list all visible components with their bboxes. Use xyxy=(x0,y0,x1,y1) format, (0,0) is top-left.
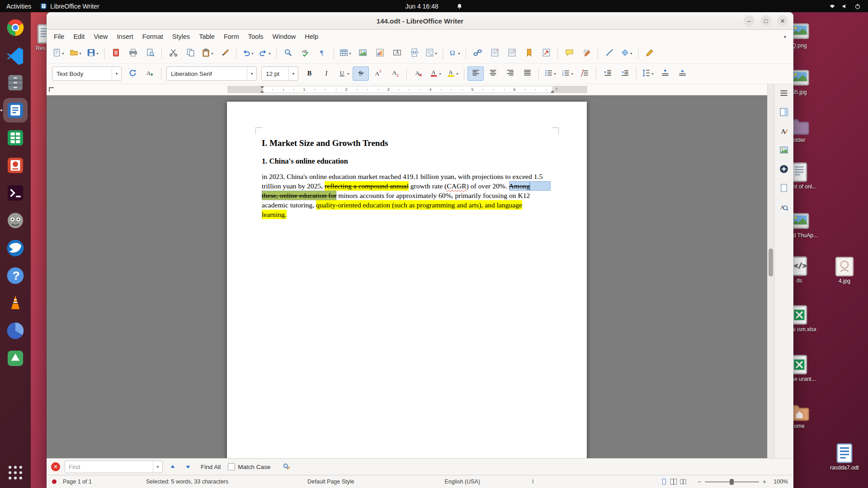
increase-indent-button[interactable] xyxy=(599,66,616,81)
subscript-button[interactable]: A2 xyxy=(387,66,403,81)
paste-button[interactable]: ▾ xyxy=(199,46,216,61)
underline-button[interactable]: U▾ xyxy=(335,66,352,81)
dock-show-apps[interactable] xyxy=(4,461,27,484)
book-view-icon[interactable] xyxy=(679,478,687,485)
insert-text-box-button[interactable]: A xyxy=(389,46,405,61)
dock-vscode[interactable] xyxy=(4,43,27,67)
dock-calc[interactable] xyxy=(4,126,27,150)
document-page[interactable]: I. Market Size and Growth Trends 1. Chin… xyxy=(227,102,587,458)
vertical-scrollbar[interactable] xyxy=(767,84,774,458)
track-changes-button[interactable] xyxy=(578,46,594,61)
italic-button[interactable]: I xyxy=(318,66,335,81)
right-indent-marker[interactable] xyxy=(551,89,554,93)
desktop-icon[interactable]: rasdda7.odt xyxy=(823,443,866,471)
redo-button[interactable]: ▾ xyxy=(257,46,273,61)
highlighting-color-button[interactable]: A▾ xyxy=(444,66,461,81)
toolbar-overflow-icon[interactable]: ▾ xyxy=(779,34,791,39)
dock-terminal[interactable] xyxy=(4,181,27,205)
single-page-view-icon[interactable] xyxy=(660,478,668,485)
new-style-button[interactable]: A xyxy=(142,66,158,81)
superscript-button[interactable]: A2 xyxy=(370,66,386,81)
font-size-combo[interactable]: 12 pt ▾ xyxy=(261,66,298,81)
zoom-in-button[interactable]: + xyxy=(763,479,766,485)
decrease-indent-button[interactable] xyxy=(617,66,633,81)
save-button[interactable]: ▾ xyxy=(85,46,101,61)
match-case-option[interactable]: Match Case xyxy=(228,463,270,470)
left-indent-marker[interactable] xyxy=(260,89,264,93)
insert-line-button[interactable] xyxy=(601,46,618,61)
font-color-button[interactable]: A▾ xyxy=(427,66,443,81)
underline-dropdown-icon[interactable]: ▾ xyxy=(347,72,349,76)
new-dropdown-icon[interactable]: ▾ xyxy=(62,52,64,56)
bookmark-button[interactable] xyxy=(521,46,537,61)
insert-table-dropdown-icon[interactable]: ▾ xyxy=(349,52,351,56)
insert-field-button[interactable]: ▾ xyxy=(423,46,439,61)
menu-styles[interactable]: Styles xyxy=(168,32,195,42)
font-size-dropdown-icon[interactable]: ▾ xyxy=(288,67,298,80)
unordered-list-button[interactable]: ▾ xyxy=(542,66,558,81)
paragraph-style-dropdown-icon[interactable]: ▾ xyxy=(112,67,121,80)
dock-vlc[interactable] xyxy=(4,291,27,315)
highlighting-color-dropdown-icon[interactable]: ▾ xyxy=(456,72,458,76)
find-input[interactable] xyxy=(65,464,153,470)
special-character-dropdown-icon[interactable]: ▾ xyxy=(458,52,460,56)
dock-writer[interactable] xyxy=(4,99,27,122)
sidebar-tab-page[interactable] xyxy=(777,181,791,195)
sidebar-tab-style-inspector[interactable]: A xyxy=(777,200,791,214)
sidebar-tab-gallery[interactable] xyxy=(777,143,791,157)
document-heading[interactable]: I. Market Size and Growth Trends xyxy=(262,138,551,148)
dock-thunderbird[interactable] xyxy=(4,236,27,260)
new-button[interactable]: ▾ xyxy=(50,46,66,61)
title-bar[interactable]: 144.odt - LibreOffice Writer – □ ✕ xyxy=(47,12,793,30)
undo-dropdown-icon[interactable]: ▾ xyxy=(251,52,253,56)
zoom-slider-handle[interactable] xyxy=(730,479,734,485)
font-name-dropdown-icon[interactable]: ▾ xyxy=(247,67,256,80)
insert-image-button[interactable] xyxy=(354,46,371,61)
insert-chart-button[interactable] xyxy=(372,46,388,61)
special-character-button[interactable]: Ω▾ xyxy=(446,46,462,61)
no-list-button[interactable] xyxy=(576,66,593,81)
menu-window[interactable]: Window xyxy=(268,32,301,42)
activities-button[interactable]: Activities xyxy=(6,3,31,10)
clock-menu[interactable]: Jun 4 16:48 xyxy=(405,3,462,10)
basic-shapes-dropdown-icon[interactable]: ▾ xyxy=(630,52,632,56)
print-preview-button[interactable] xyxy=(142,46,158,61)
find-previous-button[interactable] xyxy=(167,461,178,472)
update-style-button[interactable] xyxy=(124,66,141,81)
focused-app-menu[interactable]: LibreOffice Writer xyxy=(40,3,99,10)
sidebar-tab-navigator[interactable] xyxy=(777,162,791,176)
undo-button[interactable]: ▾ xyxy=(240,46,256,61)
sidebar-tab-sidebar-settings[interactable] xyxy=(777,86,791,100)
match-case-checkbox[interactable] xyxy=(228,463,235,470)
selection-count-label[interactable]: Selected: 5 words, 33 characters xyxy=(146,479,228,485)
strikethrough-button[interactable]: S xyxy=(353,66,369,81)
basic-shapes-button[interactable]: ▾ xyxy=(618,46,635,61)
copy-button[interactable] xyxy=(182,46,198,61)
ordered-list-dropdown-icon[interactable]: ▾ xyxy=(571,72,573,76)
zoom-out-button[interactable]: − xyxy=(698,479,701,485)
dock-impress[interactable] xyxy=(4,154,27,177)
hyperlink-button[interactable] xyxy=(469,46,486,61)
page-style-label[interactable]: Default Page Style xyxy=(307,479,354,485)
menu-help[interactable]: Help xyxy=(300,32,323,42)
clone-formatting-button[interactable] xyxy=(217,46,233,61)
bold-button[interactable]: B xyxy=(301,66,317,81)
language-label[interactable]: English (USA) xyxy=(445,479,481,485)
zoom-level-label[interactable]: 100% xyxy=(769,479,788,485)
spelling-button[interactable]: AB xyxy=(297,46,313,61)
page-break-button[interactable] xyxy=(406,46,422,61)
find-next-button[interactable] xyxy=(183,461,193,472)
sidebar-tab-properties[interactable] xyxy=(777,105,791,119)
align-right-button[interactable] xyxy=(502,66,518,81)
find-close-button[interactable]: ✕ xyxy=(51,462,60,471)
cut-button[interactable] xyxy=(165,46,181,61)
zoom-slider[interactable] xyxy=(705,481,759,483)
footnote-button[interactable]: 1 xyxy=(486,46,503,61)
maximize-button[interactable]: □ xyxy=(760,15,771,26)
font-name-combo[interactable]: Liberation Serif ▾ xyxy=(166,66,257,81)
unordered-list-dropdown-icon[interactable]: ▾ xyxy=(554,72,556,76)
dock-files[interactable] xyxy=(4,71,27,94)
close-button[interactable]: ✕ xyxy=(777,15,788,26)
find-and-replace-button[interactable] xyxy=(281,461,292,472)
show-draw-functions-button[interactable] xyxy=(642,46,658,61)
